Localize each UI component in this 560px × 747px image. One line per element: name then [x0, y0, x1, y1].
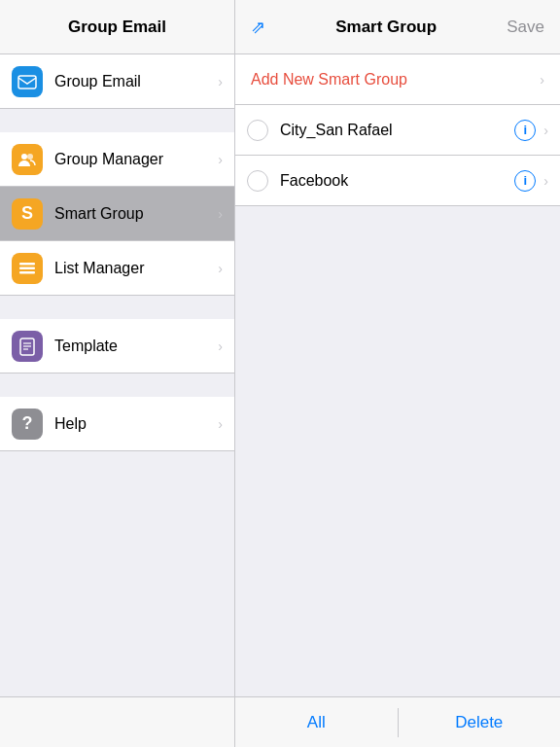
save-button[interactable]: Save: [507, 18, 544, 37]
chevron-city-san-rafael: ›: [543, 123, 548, 138]
sidebar-item-help[interactable]: ? Help ›: [0, 397, 234, 451]
chevron-icon: ›: [218, 206, 223, 222]
chevron-icon: ›: [218, 338, 223, 354]
chevron-icon: ›: [218, 152, 223, 167]
delete-button[interactable]: Delete: [399, 713, 561, 732]
add-chevron-icon: ›: [540, 72, 544, 88]
list-manager-icon: [12, 253, 43, 284]
group-manager-icon: [12, 144, 43, 175]
info-icon-city-san-rafael[interactable]: i: [514, 120, 536, 141]
svg-point-1: [21, 154, 27, 160]
sidebar-label-group-email: Group Email: [54, 73, 218, 90]
group-row-facebook[interactable]: Facebook i ›: [235, 156, 560, 206]
sidebar-label-list-manager: List Manager: [54, 260, 218, 277]
sidebar-item-group-email[interactable]: Group Email ›: [0, 54, 234, 109]
info-icon-facebook[interactable]: i: [514, 170, 536, 192]
sidebar-separator-1: [0, 109, 234, 132]
group-label-city-san-rafael: City_San Rafael: [280, 122, 514, 139]
all-button[interactable]: All: [235, 713, 398, 732]
right-panel: Add New Smart Group › City_San Rafael i …: [235, 54, 560, 696]
svg-rect-5: [19, 271, 35, 274]
help-icon: ?: [12, 409, 43, 440]
chevron-icon: ›: [218, 74, 223, 89]
template-icon: [12, 331, 43, 362]
header-left: Group Email: [0, 0, 235, 53]
chevron-icon: ›: [218, 416, 223, 432]
radio-city-san-rafael[interactable]: [247, 120, 268, 141]
group-row-city-san-rafael[interactable]: City_San Rafael i ›: [235, 105, 560, 156]
radio-facebook[interactable]: [247, 170, 268, 192]
left-header-title: Group Email: [68, 18, 166, 37]
svg-rect-4: [19, 267, 35, 269]
group-label-facebook: Facebook: [280, 172, 514, 190]
add-new-smart-group-button[interactable]: Add New Smart Group ›: [235, 54, 560, 105]
sidebar-item-list-manager[interactable]: List Manager ›: [0, 241, 234, 296]
smart-group-list: Add New Smart Group › City_San Rafael i …: [235, 54, 560, 696]
smart-group-icon: S: [12, 198, 43, 230]
sidebar-item-template[interactable]: Template ›: [0, 319, 234, 374]
svg-rect-0: [18, 76, 36, 89]
sidebar-label-help: Help: [54, 415, 218, 433]
group-email-icon: [12, 66, 43, 97]
add-new-label: Add New Smart Group: [251, 71, 540, 89]
svg-point-2: [27, 154, 33, 160]
bottom-toolbar: All Delete: [0, 696, 560, 747]
chevron-icon: ›: [218, 261, 223, 276]
top-header: Group Email ⇗ Smart Group Save: [0, 0, 560, 54]
sidebar-item-smart-group[interactable]: S Smart Group ›: [0, 187, 234, 241]
sidebar-label-template: Template: [54, 338, 218, 355]
sidebar-item-group-manager[interactable]: Group Manager ›: [0, 132, 234, 187]
right-header-title: Smart Group: [335, 18, 437, 37]
expand-icon[interactable]: ⇗: [251, 17, 265, 38]
svg-rect-3: [19, 263, 35, 266]
sidebar-separator-2: [0, 296, 234, 319]
main-content: Group Email › Group Manager › S Sma: [0, 54, 560, 696]
chevron-facebook: ›: [543, 173, 548, 189]
bottom-toolbar-right: All Delete: [235, 708, 560, 737]
header-right: ⇗ Smart Group Save: [235, 0, 560, 53]
sidebar-label-group-manager: Group Manager: [54, 151, 218, 168]
sidebar-label-smart-group: Smart Group: [54, 205, 218, 223]
sidebar: Group Email › Group Manager › S Sma: [0, 54, 235, 696]
bottom-toolbar-left: [0, 697, 235, 747]
sidebar-separator-3: [0, 374, 234, 397]
